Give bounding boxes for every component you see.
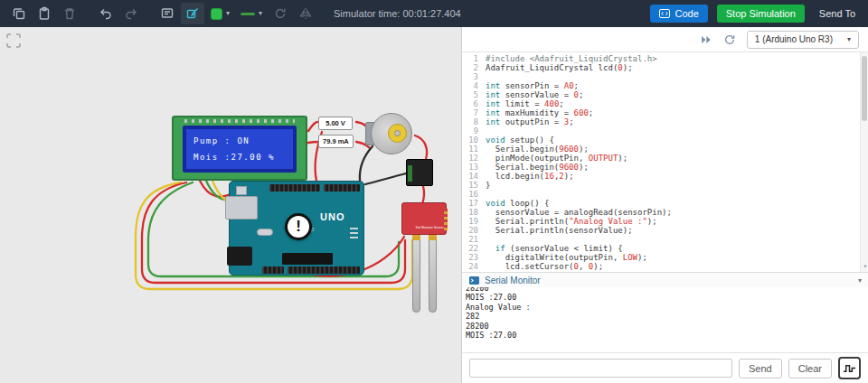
soil-moisture-sensor[interactable]: Soil Moisture Sensor bbox=[401, 202, 447, 314]
flip-icon[interactable] bbox=[294, 3, 317, 24]
color-swatch bbox=[211, 8, 222, 20]
send-to-button[interactable]: Send To bbox=[819, 8, 855, 19]
debug-step-icon[interactable] bbox=[699, 33, 712, 46]
line-number: 18 bbox=[462, 208, 486, 217]
code-line: 3 bbox=[462, 72, 868, 81]
line-code: pinMode(outputPin, OUTPUT); bbox=[486, 154, 627, 163]
line-number: 9 bbox=[462, 126, 486, 135]
line-number: 7 bbox=[462, 108, 486, 117]
code-lines: 1#include <Adafruit_LiquidCrystal.h>2Ada… bbox=[462, 54, 868, 271]
notes-icon[interactable] bbox=[156, 3, 179, 24]
code-line: 10void setup() { bbox=[462, 135, 868, 145]
collapse-chevron-icon[interactable]: ▾ bbox=[858, 276, 862, 285]
line-number: 16 bbox=[462, 190, 486, 199]
relay-module[interactable] bbox=[406, 159, 433, 186]
line-code: Adafruit_LiquidCrystal lcd(0); bbox=[486, 63, 633, 72]
code-line: 16 bbox=[462, 190, 868, 199]
code-line: 4int sensorPin = A0; bbox=[462, 81, 868, 90]
undo-icon[interactable] bbox=[94, 3, 118, 24]
motor-shaft bbox=[394, 130, 401, 136]
clear-button[interactable]: Clear bbox=[788, 359, 832, 378]
lcd-text-line2: Mois :27.00 % bbox=[193, 153, 293, 162]
line-code: int outputPin = 3; bbox=[486, 117, 574, 126]
lcd-module[interactable]: Pump : ON Mois :27.00 % bbox=[172, 116, 307, 181]
code-line: 23 digitalWrite(outputPin, LOW); bbox=[462, 253, 868, 262]
code-button-label: Code bbox=[675, 8, 698, 19]
line-number: 4 bbox=[462, 81, 486, 90]
paste-icon[interactable] bbox=[33, 3, 56, 24]
analog-pin-header bbox=[288, 266, 360, 274]
line-code: void setup() { bbox=[486, 135, 554, 145]
line-code bbox=[486, 72, 490, 81]
chevron-down-icon: ▾ bbox=[259, 10, 262, 17]
digital-pin-header bbox=[269, 184, 320, 192]
ammeter[interactable]: 79.9 mA bbox=[318, 135, 354, 148]
line-number: 24 bbox=[462, 262, 486, 271]
line-number: 17 bbox=[462, 199, 486, 208]
scroll-down-arrow[interactable]: ▾ bbox=[863, 262, 867, 271]
line-number: 15 bbox=[462, 181, 486, 190]
refresh-icon[interactable] bbox=[723, 33, 736, 46]
line-code: Serial.println("Analog Value :"); bbox=[486, 217, 657, 226]
serial-input[interactable] bbox=[469, 359, 732, 378]
delete-icon[interactable] bbox=[58, 3, 81, 24]
serial-input-bar: Send Clear bbox=[462, 352, 868, 383]
redo-icon[interactable] bbox=[119, 3, 143, 24]
serial-line: 282 bbox=[466, 312, 868, 321]
code-line: 6int limit = 400; bbox=[462, 99, 868, 108]
board-selector-dropdown[interactable]: 1 (Arduino Uno R3) ▾ bbox=[747, 31, 859, 49]
stop-simulation-button[interactable]: Stop Simulation bbox=[717, 5, 805, 23]
line-code bbox=[486, 190, 490, 199]
voltmeter[interactable]: 5.00 V bbox=[318, 117, 353, 130]
rotate-icon[interactable] bbox=[269, 3, 292, 24]
code-scrollbar[interactable] bbox=[860, 52, 868, 272]
chevron-down-icon: ▾ bbox=[847, 35, 851, 43]
power-jack bbox=[227, 247, 252, 266]
code-line: 5int sensorValue = 0; bbox=[462, 90, 868, 99]
circuit-canvas[interactable]: Pump : ON Mois :27.00 % 5.00 V 79.9 mA bbox=[0, 27, 462, 383]
line-code: int limit = 400; bbox=[486, 99, 564, 108]
component-color-dropdown[interactable]: ▾ bbox=[206, 3, 234, 24]
line-code: void loop() { bbox=[486, 199, 549, 208]
icsp-header bbox=[350, 227, 358, 238]
code-line: 17void loop() { bbox=[462, 199, 868, 208]
graph-toggle-button[interactable] bbox=[838, 357, 861, 379]
voltmeter-reading: 5.00 V bbox=[326, 119, 345, 127]
digital-pin-header bbox=[324, 184, 360, 192]
code-line: 12 pinMode(outputPin, OUTPUT); bbox=[462, 154, 868, 163]
send-button[interactable]: Send bbox=[739, 359, 782, 378]
line-number: 2 bbox=[462, 63, 486, 72]
line-code bbox=[486, 126, 490, 135]
line-number: 3 bbox=[462, 72, 486, 81]
code-line: 18 sensorValue = analogRead(sensorPin); bbox=[462, 208, 868, 217]
wire-style-dropdown[interactable]: ▾ bbox=[236, 3, 267, 24]
wire-red[interactable] bbox=[422, 186, 424, 204]
line-number: 22 bbox=[462, 244, 486, 253]
sensor-prong bbox=[429, 233, 437, 313]
copy-icon[interactable] bbox=[7, 3, 31, 24]
reset-button[interactable] bbox=[236, 186, 247, 195]
code-button[interactable]: Code bbox=[650, 5, 707, 23]
line-number: 14 bbox=[462, 172, 486, 181]
simulator-time: Simulator time: 00:01:27.404 bbox=[334, 8, 461, 19]
serial-line: Analog Value : bbox=[466, 303, 868, 312]
code-line: 13 Serial.begin(9600); bbox=[462, 163, 868, 172]
crystal-oscillator bbox=[257, 229, 273, 236]
serial-monitor-header[interactable]: Serial Monitor ▾ bbox=[462, 272, 868, 287]
code-line: 15} bbox=[462, 181, 868, 190]
line-number: 8 bbox=[462, 117, 486, 126]
code-editor[interactable]: 1#include <Adafruit_LiquidCrystal.h>2Ada… bbox=[462, 52, 868, 272]
code-line: 21 bbox=[462, 235, 868, 244]
annotation-icon[interactable] bbox=[181, 3, 204, 24]
warning-badge: ! bbox=[285, 213, 312, 240]
code-line: 24 lcd.setCursor(0, 0); bbox=[462, 262, 868, 271]
wire-black[interactable] bbox=[365, 173, 406, 184]
scrollbar-thumb[interactable] bbox=[862, 56, 867, 121]
dc-motor[interactable] bbox=[365, 110, 418, 157]
code-line: 8int outputPin = 3; bbox=[462, 117, 868, 126]
code-line: 7int maxHumidity = 600; bbox=[462, 108, 868, 117]
line-number: 5 bbox=[462, 90, 486, 99]
board-selector-label: 1 (Arduino Uno R3) bbox=[755, 34, 833, 44]
line-number: 6 bbox=[462, 99, 486, 108]
serial-monitor-title: Serial Monitor bbox=[485, 276, 541, 285]
